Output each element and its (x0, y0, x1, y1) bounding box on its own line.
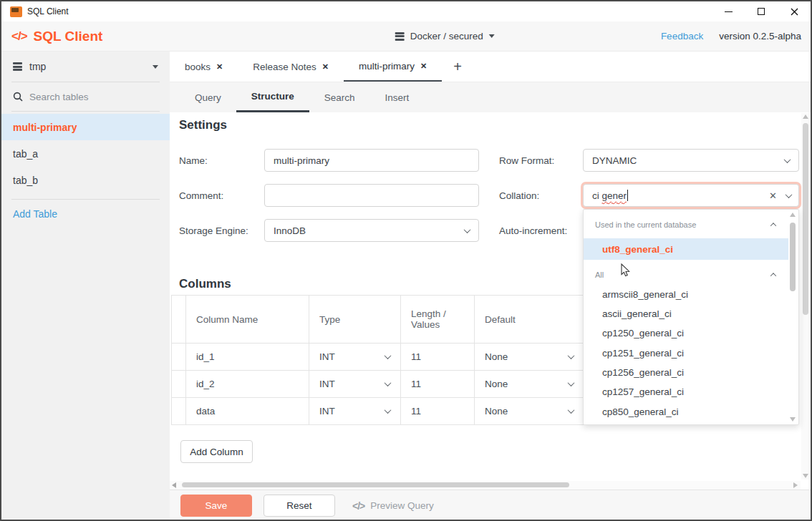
row-format-label: Row Format: (499, 149, 554, 172)
tab-label: books (185, 62, 211, 72)
close-tab-icon[interactable]: ✕ (216, 62, 223, 72)
dropdown-item[interactable]: cp1257_general_ci (584, 381, 788, 401)
horizontal-scrollbar[interactable] (170, 481, 801, 490)
dropdown-item[interactable]: cp850_general_ci (584, 401, 788, 422)
collation-combobox[interactable]: ci gener ✕ (583, 184, 799, 207)
tab-label: multi-primary (359, 61, 415, 72)
subtab-search[interactable]: Search (309, 82, 370, 112)
type-select-cell[interactable]: INT (309, 398, 401, 425)
caret-down-icon (153, 65, 158, 69)
type-select-cell[interactable]: INT (309, 344, 401, 371)
subtab-insert[interactable]: Insert (370, 82, 425, 112)
database-selector[interactable]: tmp (1, 52, 170, 82)
scroll-left-icon (172, 482, 176, 488)
reset-button[interactable]: Reset (264, 495, 335, 517)
text-cursor (627, 190, 628, 201)
sidebar: tmp multi-primary tab_a tab_b Add Table (1, 52, 170, 520)
length-cell[interactable]: 11 (401, 371, 475, 398)
close-tab-icon[interactable]: ✕ (322, 62, 329, 72)
scrollbar-thumb[interactable] (182, 482, 569, 487)
dropdown-item[interactable]: cp1256_general_ci (584, 362, 788, 382)
table-list: multi-primary tab_a tab_b (1, 112, 170, 199)
sidebar-table-tab-b[interactable]: tab_b (1, 167, 170, 193)
close-button[interactable] (778, 1, 811, 21)
save-button[interactable]: Save (180, 495, 252, 517)
table-row: id_2 INT 11 None (172, 371, 584, 398)
header-right: Feedback version 0.2.5-alpha (661, 31, 811, 42)
scroll-down-icon (790, 417, 796, 422)
sidebar-table-multi-primary[interactable]: multi-primary (1, 114, 170, 140)
drag-handle-cell (172, 344, 186, 371)
table-search (1, 82, 170, 111)
subtab-bar: Query Structure Search Insert (170, 82, 811, 112)
chevron-down-icon (568, 379, 575, 386)
columns-heading: Columns (179, 277, 231, 291)
type-value: INT (319, 379, 335, 389)
connection-selector[interactable]: Docker / secured (395, 31, 495, 42)
row-format-value: DYNAMIC (592, 155, 637, 166)
chevron-down-icon (385, 406, 392, 414)
app-logo: </> SQL Client (1, 29, 102, 44)
dropdown-group-all[interactable]: All (584, 266, 788, 284)
length-cell[interactable]: 11 (401, 398, 475, 425)
chevron-down-icon (464, 226, 471, 233)
dropdown-scrollbar[interactable] (789, 211, 797, 423)
search-input[interactable] (29, 92, 137, 102)
collation-label: Collation: (499, 184, 539, 207)
name-label: Name: (179, 149, 208, 172)
scroll-down-icon (803, 474, 808, 478)
subtab-query[interactable]: Query (180, 82, 236, 112)
footer-bar: Save Reset </> Preview Query (170, 490, 811, 521)
feedback-link[interactable]: Feedback (661, 31, 703, 42)
auto-increment-label: Auto-increment: (499, 219, 567, 242)
length-cell[interactable]: 11 (401, 344, 475, 371)
column-name-cell[interactable]: id_2 (186, 371, 309, 398)
dropdown-item[interactable]: cp1250_general_ci (584, 323, 788, 343)
default-select-cell[interactable]: None (475, 371, 584, 398)
tab-books[interactable]: books ✕ (170, 52, 238, 82)
default-select-cell[interactable]: None (475, 398, 584, 425)
connection-label: Docker / secured (410, 31, 483, 42)
row-format-select[interactable]: DYNAMIC (583, 149, 799, 172)
close-tab-icon[interactable]: ✕ (420, 62, 427, 71)
sidebar-table-tab-a[interactable]: tab_a (1, 140, 170, 167)
name-field[interactable] (264, 149, 479, 172)
scrollbar-thumb[interactable] (803, 123, 808, 315)
col-header-length: Length / Values (401, 296, 475, 344)
subtab-structure[interactable]: Structure (236, 82, 309, 112)
drag-handle-cell (172, 398, 186, 425)
storage-engine-select[interactable]: InnoDB (264, 219, 479, 242)
maximize-button[interactable] (745, 1, 778, 21)
table-header-row: Column Name Type Length / Values Default (172, 296, 584, 344)
code-logo-icon: </> (11, 29, 27, 44)
preview-query-button[interactable]: </> Preview Query (352, 500, 434, 512)
chevron-down-icon (568, 352, 575, 359)
vertical-scrollbar[interactable] (801, 113, 810, 479)
dropdown-item-utf8-general-ci[interactable]: utf8_general_ci (584, 238, 788, 260)
column-name-cell[interactable]: data (186, 398, 309, 425)
type-select-cell[interactable]: INT (309, 371, 401, 398)
dropdown-item[interactable]: cp1251_general_ci (584, 343, 788, 363)
clear-icon[interactable]: ✕ (769, 190, 777, 201)
dropdown-item[interactable]: ascii_general_ci (584, 303, 788, 323)
add-table-button[interactable]: Add Table (1, 200, 170, 228)
minimize-button[interactable] (712, 1, 745, 21)
add-column-button[interactable]: Add Column (180, 440, 253, 463)
storage-engine-label: Storage Engine: (179, 219, 248, 242)
chevron-down-icon (784, 156, 791, 163)
comment-field[interactable] (264, 184, 479, 207)
collation-typed-misspelled: gener (602, 190, 627, 201)
new-tab-button[interactable]: + (442, 52, 473, 82)
default-select-cell[interactable]: None (475, 344, 584, 371)
chevron-down-icon (385, 352, 392, 359)
scrollbar-thumb[interactable] (790, 223, 796, 291)
dropdown-group-used[interactable]: Used in the current database (584, 215, 788, 234)
column-name-cell[interactable]: id_1 (186, 344, 309, 371)
tab-release-notes[interactable]: Release Notes ✕ (238, 52, 344, 82)
chevron-down-icon (385, 379, 392, 386)
tab-multi-primary[interactable]: multi-primary ✕ (344, 52, 442, 82)
chevron-down-icon[interactable] (786, 191, 793, 198)
dropdown-item[interactable]: armscii8_general_ci (584, 284, 788, 304)
chevron-down-icon (568, 406, 575, 414)
scroll-right-icon (793, 482, 798, 488)
